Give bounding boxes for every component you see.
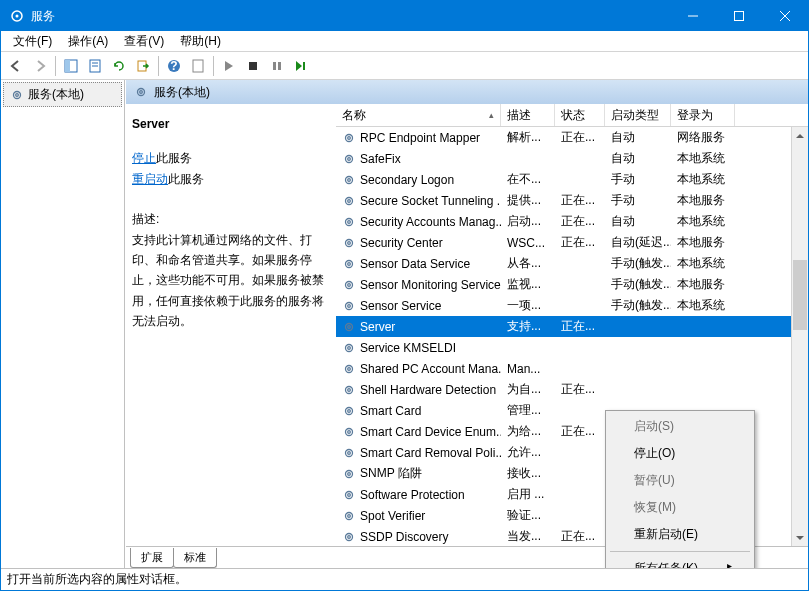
gear-icon [342, 467, 356, 481]
service-row[interactable]: Server支持...正在... [336, 316, 808, 337]
gear-icon [342, 488, 356, 502]
menu-action[interactable]: 操作(A) [60, 31, 116, 52]
svg-point-32 [348, 220, 351, 223]
service-row[interactable]: Security CenterWSC...正在...自动(延迟...本地服务 [336, 232, 808, 253]
cell-name: Shared PC Account Mana... [336, 362, 501, 376]
cell-desc: 为自... [501, 381, 555, 398]
cell-desc: 为给... [501, 423, 555, 440]
svg-point-54 [348, 451, 351, 454]
tree-root-item[interactable]: 服务(本地) [3, 82, 122, 107]
stop-link[interactable]: 停止 [132, 151, 156, 165]
cell-name: Secondary Logon [336, 173, 501, 187]
tab-standard[interactable]: 标准 [173, 548, 217, 568]
minimize-button[interactable] [670, 1, 716, 31]
service-row[interactable]: Sensor Service一项...手动(触发...本地系统 [336, 295, 808, 316]
service-row[interactable]: Security Accounts Manag...启动...正在...自动本地… [336, 211, 808, 232]
gear-icon [342, 236, 356, 250]
forward-button[interactable] [29, 55, 51, 77]
pause-service-button[interactable] [266, 55, 288, 77]
gear-icon [342, 446, 356, 460]
cm-start: 启动(S) [608, 413, 752, 440]
cell-start: 自动(延迟... [605, 234, 671, 251]
gear-icon [342, 362, 356, 376]
service-row[interactable]: Service KMSELDI [336, 337, 808, 358]
help-button[interactable]: ? [163, 55, 185, 77]
restart-service-button[interactable] [290, 55, 312, 77]
col-header-logon[interactable]: 登录为 [671, 104, 735, 126]
svg-point-31 [346, 218, 353, 225]
cell-name: SNMP 陷阱 [336, 465, 501, 482]
cell-status: 正在... [555, 192, 605, 209]
cell-desc: Man... [501, 362, 555, 376]
maximize-button[interactable] [716, 1, 762, 31]
cell-status: 正在... [555, 129, 605, 146]
right-header: 服务(本地) [126, 80, 808, 104]
gear-icon [342, 257, 356, 271]
cell-start: 自动 [605, 150, 671, 167]
svg-point-21 [138, 89, 145, 96]
cell-status: 正在... [555, 234, 605, 251]
cell-logon: 本地系统 [671, 297, 735, 314]
svg-rect-18 [303, 62, 305, 70]
scroll-track[interactable] [792, 144, 808, 529]
properties-button[interactable] [84, 55, 106, 77]
cell-logon: 本地系统 [671, 213, 735, 230]
gear-icon [342, 320, 356, 334]
service-row[interactable]: SafeFix自动本地系统 [336, 148, 808, 169]
start-service-button[interactable] [218, 55, 240, 77]
svg-point-57 [346, 491, 353, 498]
scroll-up-button[interactable] [792, 127, 808, 144]
refresh-button[interactable] [108, 55, 130, 77]
cell-start: 手动(触发... [605, 297, 671, 314]
cm-restart[interactable]: 重新启动(E) [608, 521, 752, 548]
restart-link[interactable]: 重启动 [132, 172, 168, 186]
service-row[interactable]: Shared PC Account Mana...Man... [336, 358, 808, 379]
cm-pause: 暂停(U) [608, 467, 752, 494]
cell-desc: 一项... [501, 297, 555, 314]
contents-button[interactable] [187, 55, 209, 77]
service-row[interactable]: Secure Socket Tunneling ...提供...正在...手动本… [336, 190, 808, 211]
stop-service-button[interactable] [242, 55, 264, 77]
svg-point-52 [348, 430, 351, 433]
status-text: 打开当前所选内容的属性对话框。 [7, 571, 187, 588]
tab-extended[interactable]: 扩展 [130, 548, 174, 568]
cell-status: 正在... [555, 381, 605, 398]
svg-point-47 [346, 386, 353, 393]
close-button[interactable] [762, 1, 808, 31]
cell-name: Smart Card Device Enum... [336, 425, 501, 439]
scroll-down-button[interactable] [792, 529, 808, 546]
gear-icon [342, 173, 356, 187]
svg-point-27 [346, 176, 353, 183]
col-header-name[interactable]: 名称▴ [336, 104, 501, 126]
svg-point-50 [348, 409, 351, 412]
back-button[interactable] [5, 55, 27, 77]
cm-all-tasks[interactable]: 所有任务(K) [608, 555, 752, 568]
cell-name: Service KMSELDI [336, 341, 501, 355]
cell-desc: 解析... [501, 129, 555, 146]
cell-desc: WSC... [501, 236, 555, 250]
export-button[interactable] [132, 55, 154, 77]
col-header-status[interactable]: 状态 [555, 104, 605, 126]
service-row[interactable]: Sensor Monitoring Service监视...手动(触发...本地… [336, 274, 808, 295]
cell-desc: 允许... [501, 444, 555, 461]
vertical-scrollbar[interactable] [791, 127, 808, 546]
menu-view[interactable]: 查看(V) [116, 31, 172, 52]
service-row[interactable]: Sensor Data Service从各...手动(触发...本地系统 [336, 253, 808, 274]
cm-stop[interactable]: 停止(O) [608, 440, 752, 467]
svg-point-56 [348, 472, 351, 475]
show-hide-tree-button[interactable] [60, 55, 82, 77]
service-row[interactable]: Secondary Logon在不...手动本地系统 [336, 169, 808, 190]
gear-icon [342, 425, 356, 439]
svg-point-60 [348, 514, 351, 517]
svg-point-24 [348, 136, 351, 139]
service-row[interactable]: RPC Endpoint Mapper解析...正在...自动网络服务 [336, 127, 808, 148]
col-header-start[interactable]: 启动类型 [605, 104, 671, 126]
service-row[interactable]: Shell Hardware Detection为自...正在... [336, 379, 808, 400]
col-header-desc[interactable]: 描述 [501, 104, 555, 126]
gear-icon [342, 530, 356, 544]
menu-help[interactable]: 帮助(H) [172, 31, 229, 52]
svg-point-43 [346, 344, 353, 351]
toolbar: ? [1, 52, 808, 80]
scroll-thumb[interactable] [793, 260, 807, 330]
menu-file[interactable]: 文件(F) [5, 31, 60, 52]
